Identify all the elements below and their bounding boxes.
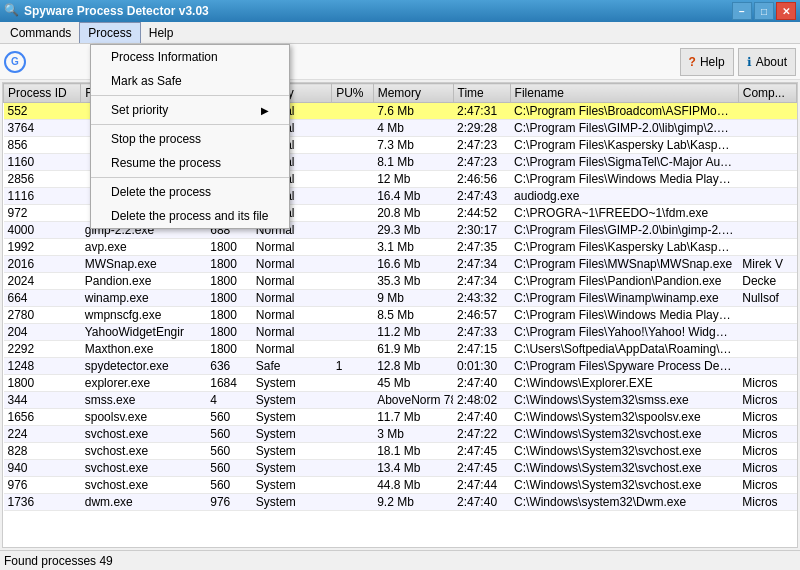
status-text: Found processes 49 xyxy=(4,554,113,568)
title-text: Spyware Process Detector v3.03 xyxy=(24,4,732,18)
table-row[interactable]: 828svchost.exe560System18.1 Mb2:47:45C:\… xyxy=(4,443,797,460)
table-row[interactable]: 2780wmpnscfg.exe1800Normal8.5 Mb2:46:57C… xyxy=(4,307,797,324)
about-button[interactable]: ℹ About xyxy=(738,48,796,76)
main-content: Commands Process Help Process Informatio… xyxy=(0,22,800,570)
submenu-arrow: ▶ xyxy=(261,105,269,116)
info-icon: ℹ xyxy=(747,55,752,69)
minimize-button[interactable]: − xyxy=(732,2,752,20)
app-icon: 🔍 xyxy=(4,3,20,19)
col-filepath[interactable]: Filename xyxy=(510,84,738,103)
table-row[interactable]: 1736dwm.exe976System9.2 Mb2:47:40C:\Wind… xyxy=(4,494,797,511)
maximize-button[interactable]: □ xyxy=(754,2,774,20)
dropdown-mark-safe[interactable]: Mark as Safe xyxy=(91,69,289,93)
table-row[interactable]: 1992avp.exe1800Normal3.1 Mb2:47:35C:\Pro… xyxy=(4,239,797,256)
col-time[interactable]: Time xyxy=(453,84,510,103)
menu-process[interactable]: Process xyxy=(79,22,140,43)
close-button[interactable]: ✕ xyxy=(776,2,796,20)
help-button[interactable]: ? Help xyxy=(680,48,734,76)
status-bar: Found processes 49 xyxy=(0,550,800,570)
table-row[interactable]: 2016MWSnap.exe1800Normal16.6 Mb2:47:34C:… xyxy=(4,256,797,273)
question-icon: ? xyxy=(689,55,696,69)
table-row[interactable]: 1656spoolsv.exe560System11.7 Mb2:47:40C:… xyxy=(4,409,797,426)
dropdown-set-priority[interactable]: Set priority ▶ xyxy=(91,98,289,122)
table-row[interactable]: 1800explorer.exe1684System45 Mb2:47:40C:… xyxy=(4,375,797,392)
table-row[interactable]: 664winamp.exe1800Normal9 Mb2:43:32C:\Pro… xyxy=(4,290,797,307)
col-cpu[interactable]: PU% xyxy=(332,84,373,103)
table-row[interactable]: 344smss.exe4SystemAboveNorm 784 Kb2:48:0… xyxy=(4,392,797,409)
table-row[interactable]: 2292Maxthon.exe1800Normal61.9 Mb2:47:15C… xyxy=(4,341,797,358)
col-comp[interactable]: Comp... xyxy=(738,84,796,103)
col-memory[interactable]: Memory xyxy=(373,84,453,103)
window-controls: − □ ✕ xyxy=(732,2,796,20)
dropdown-stop-process[interactable]: Stop the process xyxy=(91,127,289,151)
menu-commands[interactable]: Commands xyxy=(2,22,79,43)
title-bar: 🔍 Spyware Process Detector v3.03 − □ ✕ xyxy=(0,0,800,22)
dropdown-delete-process-file[interactable]: Delete the process and its file xyxy=(91,204,289,228)
dropdown-delete-process[interactable]: Delete the process xyxy=(91,180,289,204)
menu-bar: Commands Process Help xyxy=(0,22,800,44)
dropdown-resume-process[interactable]: Resume the process xyxy=(91,151,289,175)
table-row[interactable]: 976svchost.exe560System44.8 Mb2:47:44C:\… xyxy=(4,477,797,494)
table-row[interactable]: 224svchost.exe560System3 Mb2:47:22C:\Win… xyxy=(4,426,797,443)
table-row[interactable]: 2024Pandion.exe1800Normal35.3 Mb2:47:34C… xyxy=(4,273,797,290)
dropdown-process-info[interactable]: Process Information xyxy=(91,45,289,69)
col-process-id[interactable]: Process ID xyxy=(4,84,81,103)
google-search-icon[interactable]: G xyxy=(4,51,26,73)
menu-help[interactable]: Help xyxy=(141,22,182,43)
table-row[interactable]: 940svchost.exe560System13.4 Mb2:47:45C:\… xyxy=(4,460,797,477)
dropdown-separator-3 xyxy=(91,177,289,178)
table-row[interactable]: 204YahooWidgetEngir1800Normal11.2 Mb2:47… xyxy=(4,324,797,341)
dropdown-separator-2 xyxy=(91,124,289,125)
table-row[interactable]: 1248spydetector.exe636Safe112.8 Mb0:01:3… xyxy=(4,358,797,375)
dropdown-separator-1 xyxy=(91,95,289,96)
process-dropdown-menu: Process Information Mark as Safe Set pri… xyxy=(90,44,290,229)
